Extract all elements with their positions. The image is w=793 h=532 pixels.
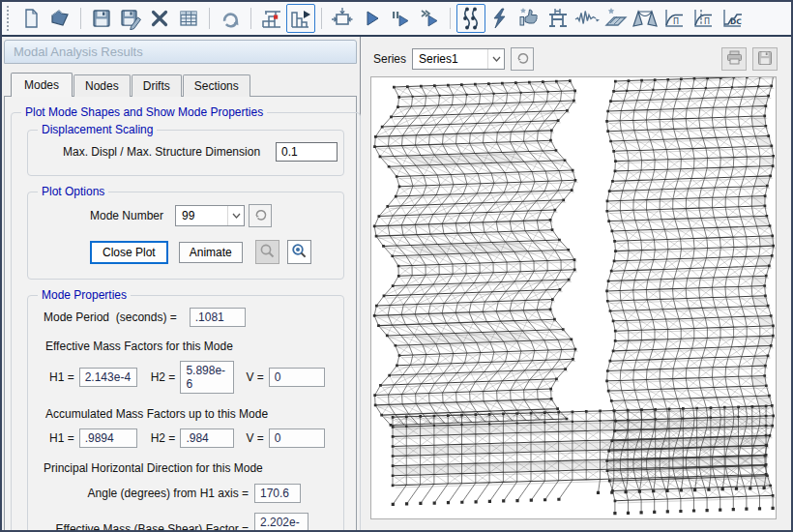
group-plot-mode-shapes: Plot Mode Shapes and Show Mode Propertie… — [11, 105, 361, 532]
viewer-panel: Series Series1 — [361, 37, 791, 528]
effective-mass-heading: Effective Mass Factors for this Mode — [45, 340, 233, 353]
zoom-out-button[interactable] — [255, 240, 279, 264]
run-button[interactable] — [357, 4, 386, 33]
save-button[interactable] — [87, 4, 116, 33]
angle-value: 170.6 — [254, 484, 301, 503]
zoom-in-button[interactable] — [287, 240, 311, 264]
floppy-icon — [757, 50, 773, 69]
pause-run-button[interactable] — [386, 4, 415, 33]
lightning-icon — [488, 7, 512, 30]
chevron-down-icon — [487, 49, 504, 69]
animate-button[interactable]: Animate — [179, 242, 243, 263]
refresh-icon — [515, 50, 530, 68]
save-image-button[interactable] — [752, 47, 778, 71]
mode-shapes-button[interactable] — [456, 4, 485, 33]
svg-text:Π: Π — [673, 17, 679, 26]
frame-dimensions-button[interactable] — [328, 4, 357, 33]
tab-modes[interactable]: Modes — [11, 73, 73, 97]
open-folder-button[interactable] — [45, 4, 74, 33]
mode-number-label: Mode Number — [90, 209, 163, 222]
mode-period-value: .1081 — [190, 308, 246, 327]
mode-period-label: Mode Period (seconds) = — [44, 310, 177, 324]
group-mode-properties-label: Mode Properties — [38, 288, 131, 302]
capacity-curve-button[interactable]: Π — [660, 4, 689, 33]
toolbar: Π Π DC — [2, 2, 791, 37]
tab-nodes[interactable]: Nodes — [73, 74, 131, 97]
effective-v-value: 0 — [269, 368, 325, 387]
toolbar-separator — [80, 8, 81, 29]
main-area: Modal Analysis Results Modes Nodes Drift… — [2, 37, 791, 528]
new-file-icon — [19, 7, 43, 30]
series-label: Series — [373, 52, 406, 66]
group-displacement-scaling: Displacement Scaling Max. Displ / Max. S… — [27, 123, 344, 176]
open-folder-icon — [48, 7, 72, 30]
effective-h1-value: 2.143e-4 — [79, 368, 137, 387]
h2-label: H2 = — [151, 370, 176, 384]
accumulated-v-value: 0 — [269, 429, 325, 448]
tent-structure-button[interactable] — [631, 4, 660, 33]
series-value: Series1 — [413, 52, 487, 66]
h1-label: H1 = — [49, 370, 74, 384]
angle-label: Angle (degrees) from H1 axis = — [34, 487, 249, 500]
tab-drifts[interactable]: Drifts — [132, 74, 182, 97]
mode-number-select[interactable]: 99 — [175, 205, 245, 226]
ramp-button[interactable] — [602, 4, 631, 33]
frame-dimensions-icon — [330, 6, 355, 31]
table-button[interactable] — [174, 4, 203, 33]
redo-icon — [219, 7, 242, 30]
series-select[interactable]: Series1 — [412, 48, 505, 70]
series-refresh-button[interactable] — [511, 47, 534, 71]
group-plot-options: Plot Options Mode Number 99 Close P — [27, 185, 344, 280]
tent-structure-icon — [631, 6, 659, 31]
structure-crane-button[interactable] — [257, 4, 286, 33]
new-file-button[interactable] — [16, 4, 45, 33]
v-label: V = — [246, 431, 263, 445]
fast-run-icon — [418, 7, 441, 30]
mode-shapes-icon — [458, 6, 484, 31]
svg-text:Π: Π — [704, 17, 710, 26]
app-window: Π Π DC Modal Analysis Results Modes Node… — [0, 0, 793, 532]
ramp-icon — [603, 6, 629, 31]
save-as-button[interactable] — [116, 4, 145, 33]
toolbar-separator — [250, 8, 251, 29]
max-displ-input[interactable] — [276, 142, 338, 162]
tab-sections[interactable]: Sections — [183, 74, 250, 97]
earthquake-record-button[interactable] — [573, 4, 602, 33]
lightning-button[interactable] — [485, 4, 514, 33]
earthquake-record-icon — [573, 6, 601, 31]
usage-ratio-button[interactable] — [514, 4, 543, 33]
frame-bench-icon — [545, 6, 571, 31]
structure-crane-icon — [259, 6, 284, 31]
results-plot-button[interactable] — [286, 4, 315, 33]
delete-button[interactable] — [145, 4, 174, 33]
run-icon — [361, 8, 382, 29]
fast-run-button[interactable] — [415, 4, 444, 33]
table-icon — [177, 7, 200, 30]
limit-curve-icon: Π — [690, 6, 716, 31]
mode-refresh-button[interactable] — [249, 204, 272, 227]
mode-shape-plot[interactable] — [370, 76, 777, 519]
structure-wireframe — [371, 77, 776, 518]
svg-text:DC: DC — [730, 17, 742, 26]
viewer-header: Series Series1 — [361, 37, 791, 74]
accumulated-h1-value: .9894 — [79, 429, 137, 448]
save-as-icon — [119, 7, 142, 30]
toolbar-separator — [321, 8, 322, 29]
chevron-down-icon — [227, 206, 244, 225]
v-label: V = — [246, 370, 263, 384]
redo-button[interactable] — [216, 4, 245, 33]
save-icon — [90, 7, 113, 30]
printer-icon — [726, 50, 743, 68]
magnifier-plus-icon — [291, 243, 308, 262]
toolbar-grip[interactable] — [7, 6, 11, 31]
h2-label: H2 = — [151, 431, 176, 445]
print-button[interactable] — [721, 47, 747, 71]
effective-h2-value: 5.898e-6 — [180, 361, 234, 394]
close-plot-button[interactable]: Close Plot — [90, 241, 168, 264]
limit-curve-button[interactable]: Π — [689, 4, 718, 33]
dc-curve-button[interactable]: DC — [718, 4, 747, 33]
panel-title: Modal Analysis Results — [4, 40, 357, 64]
toolbar-separator — [209, 8, 210, 29]
accumulated-h2-value: .984 — [180, 429, 234, 448]
frame-bench-button[interactable] — [543, 4, 573, 33]
